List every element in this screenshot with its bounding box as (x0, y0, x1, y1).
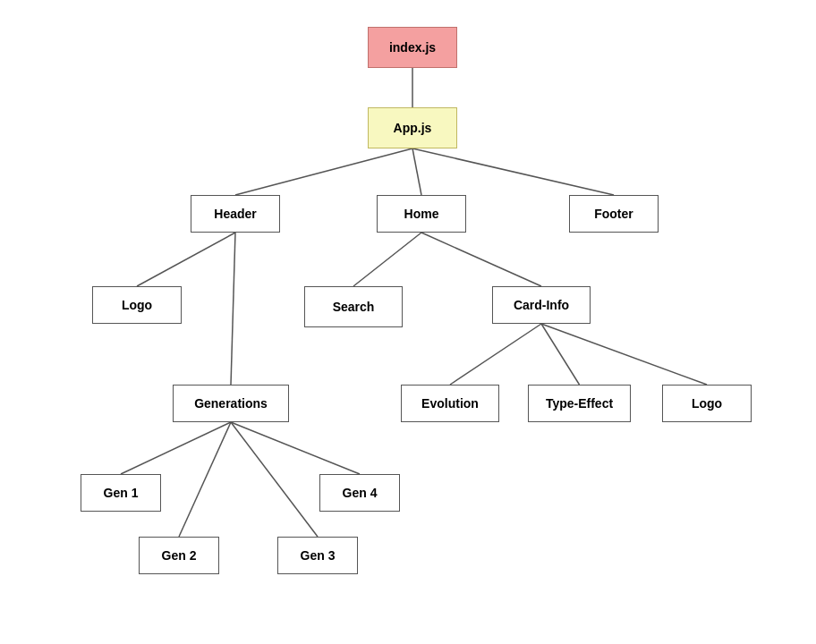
svg-line-5 (231, 233, 235, 385)
node-gen4: Gen 4 (319, 474, 400, 512)
node-indexjs: index.js (368, 27, 457, 68)
svg-line-7 (421, 233, 541, 286)
node-generations: Generations (173, 385, 289, 422)
svg-line-13 (231, 422, 318, 537)
node-header: Header (191, 195, 280, 233)
node-gen2: Gen 2 (139, 537, 219, 574)
node-typeeffect: Type-Effect (528, 385, 631, 422)
svg-line-11 (121, 422, 231, 474)
svg-line-10 (541, 324, 707, 385)
node-gen1: Gen 1 (81, 474, 161, 512)
node-cardinfo: Card-Info (492, 286, 591, 324)
tree-container: index.jsApp.jsHeaderHomeFooterLogoSearch… (0, 0, 816, 644)
svg-line-8 (450, 324, 541, 385)
svg-line-1 (235, 148, 412, 195)
node-gen3: Gen 3 (277, 537, 358, 574)
node-evolution: Evolution (401, 385, 499, 422)
svg-line-14 (231, 422, 360, 474)
node-search: Search (304, 286, 403, 327)
svg-line-3 (412, 148, 614, 195)
svg-line-9 (541, 324, 580, 385)
svg-line-2 (412, 148, 421, 195)
node-home: Home (377, 195, 466, 233)
svg-line-4 (137, 233, 235, 286)
svg-line-6 (353, 233, 421, 286)
node-appjs: App.js (368, 107, 457, 148)
node-logo2: Logo (662, 385, 752, 422)
node-footer: Footer (569, 195, 659, 233)
node-logo1: Logo (92, 286, 182, 324)
svg-line-12 (179, 422, 231, 537)
